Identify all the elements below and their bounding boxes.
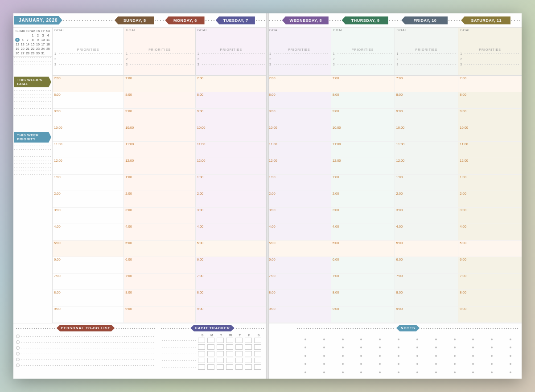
sun-8pm[interactable]: 8:00	[53, 290, 124, 306]
sun-3pm[interactable]: 3:00	[53, 208, 124, 224]
habit-row-1[interactable]	[162, 338, 263, 343]
wed-12pm[interactable]: 12:00	[268, 158, 331, 174]
wed-8am[interactable]: 8:00	[268, 92, 331, 108]
sat-12pm[interactable]: 12:00	[458, 158, 522, 174]
sat-9am[interactable]: 9:00	[458, 109, 522, 125]
fri-12pm[interactable]: 12:00	[395, 158, 459, 174]
sat-7pm[interactable]: 7:00	[458, 274, 522, 290]
habit-row-5[interactable]	[162, 364, 263, 370]
wed-11am[interactable]: 11:00	[268, 142, 331, 158]
fri-6pm[interactable]: 6:00	[395, 257, 459, 273]
fri-priorities[interactable]: PRIORITIES 1 2 3	[395, 47, 459, 75]
tue-7pm[interactable]: 7:00	[196, 274, 267, 290]
tuesday-goal-cell[interactable]: GOAL	[196, 28, 267, 47]
wed-6pm[interactable]: 6:00	[268, 257, 331, 273]
mon-1pm[interactable]: 1:00	[124, 175, 195, 191]
thu-12pm[interactable]: 12:00	[331, 158, 395, 174]
thu-8am[interactable]: 8:00	[331, 92, 395, 108]
sat-7am[interactable]: 7:00	[458, 76, 522, 92]
mon-9pm[interactable]: 9:00	[124, 306, 195, 323]
mon-9am[interactable]: 9:00	[124, 109, 195, 125]
tue-9am[interactable]: 9:00	[196, 109, 267, 125]
tue-2pm[interactable]: 2:00	[196, 191, 267, 207]
mon-8pm[interactable]: 8:00	[124, 290, 195, 306]
sun-12pm[interactable]: 12:00	[53, 158, 124, 174]
sat-3pm[interactable]: 3:00	[458, 208, 522, 224]
tue-3pm[interactable]: 3:00	[196, 208, 267, 224]
fri-5pm[interactable]: 5:00	[395, 241, 459, 257]
wed-8pm[interactable]: 8:00	[268, 290, 331, 306]
wed-3pm[interactable]: 3:00	[268, 208, 331, 224]
fri-9pm[interactable]: 9:00	[395, 306, 459, 323]
thu-3pm[interactable]: 3:00	[331, 208, 395, 224]
fri-10am[interactable]: 10:00	[395, 125, 459, 141]
fri-8pm[interactable]: 8:00	[395, 290, 459, 306]
fri-7am[interactable]: 7:00	[395, 76, 459, 92]
sun-2pm[interactable]: 2:00	[53, 191, 124, 207]
habit-row-2[interactable]	[162, 344, 263, 350]
todo-item-3[interactable]	[16, 346, 155, 350]
sat-goal-cell[interactable]: GOAL	[458, 28, 522, 47]
sun-8am[interactable]: 8:00	[53, 92, 124, 108]
mon-2pm[interactable]: 2:00	[124, 191, 195, 207]
thu-9pm[interactable]: 9:00	[331, 306, 395, 323]
sat-6pm[interactable]: 6:00	[458, 257, 522, 273]
todo-item-2[interactable]	[16, 340, 155, 344]
sat-5pm[interactable]: 5:00	[458, 241, 522, 257]
wed-4pm[interactable]: 4:00	[268, 224, 331, 240]
wed-goal-cell[interactable]: GOAL	[268, 28, 331, 47]
sat-2pm[interactable]: 2:00	[458, 191, 522, 207]
wed-5pm[interactable]: 5:00	[268, 241, 331, 257]
fri-8am[interactable]: 8:00	[395, 92, 459, 108]
wed-9pm[interactable]: 9:00	[268, 306, 331, 323]
tue-8pm[interactable]: 8:00	[196, 290, 267, 306]
thu-7pm[interactable]: 7:00	[331, 274, 395, 290]
wed-priorities[interactable]: PRIORITIES 1 2 3	[268, 47, 331, 75]
mon-12pm[interactable]: 12:00	[124, 158, 195, 174]
mon-7pm[interactable]: 7:00	[124, 274, 195, 290]
todo-item-1[interactable]	[16, 335, 155, 338]
tue-5pm[interactable]: 5:00	[196, 241, 267, 257]
wed-1pm[interactable]: 1:00	[268, 175, 331, 191]
monday-goal-cell[interactable]: GOAL	[124, 28, 195, 47]
thu-2pm[interactable]: 2:00	[331, 191, 395, 207]
sun-9pm[interactable]: 9:00	[53, 306, 124, 323]
sat-8pm[interactable]: 8:00	[458, 290, 522, 306]
monday-priorities[interactable]: PRIORITIES 1 2 3	[124, 47, 195, 75]
fri-3pm[interactable]: 3:00	[395, 208, 459, 224]
wed-9am[interactable]: 9:00	[268, 109, 331, 125]
tuesday-priorities[interactable]: PRIORITIES 1 2 3	[196, 47, 267, 75]
thu-9am[interactable]: 9:00	[331, 109, 395, 125]
mon-7am[interactable]: 7:00	[124, 76, 195, 92]
thu-priorities[interactable]: PRIORITIES 1 2 3	[331, 47, 395, 75]
todo-content[interactable]	[13, 333, 158, 379]
thu-1pm[interactable]: 1:00	[331, 175, 395, 191]
mon-8am[interactable]: 8:00	[124, 92, 195, 108]
sunday-priorities[interactable]: PRIORITIES 1 2 3	[53, 47, 124, 75]
mon-10am[interactable]: 10:00	[124, 125, 195, 141]
sunday-goal-cell[interactable]: GOAL	[53, 28, 124, 47]
sun-10am[interactable]: 10:00	[53, 125, 124, 141]
fri-2pm[interactable]: 2:00	[395, 191, 459, 207]
tue-12pm[interactable]: 12:00	[196, 158, 267, 174]
thu-goal-cell[interactable]: GOAL	[331, 28, 395, 47]
sun-6pm[interactable]: 6:00	[53, 257, 124, 273]
sun-9am[interactable]: 9:00	[53, 109, 124, 125]
todo-item-6[interactable]	[16, 363, 155, 367]
sat-9pm[interactable]: 9:00	[458, 306, 522, 323]
sun-11am[interactable]: 11:00	[53, 142, 124, 158]
thu-5pm[interactable]: 5:00	[331, 241, 395, 257]
fri-9am[interactable]: 9:00	[395, 109, 459, 125]
tue-1pm[interactable]: 1:00	[196, 175, 267, 191]
mon-4pm[interactable]: 4:00	[124, 224, 195, 240]
todo-item-5[interactable]	[16, 358, 155, 361]
sat-11am[interactable]: 11:00	[458, 142, 522, 158]
sat-priorities[interactable]: PRIORITIES 1 2 3	[458, 47, 522, 75]
fri-1pm[interactable]: 1:00	[395, 175, 459, 191]
sun-7am[interactable]: 7:00	[53, 76, 124, 92]
tue-10am[interactable]: 10:00	[196, 125, 267, 141]
thu-4pm[interactable]: 4:00	[331, 224, 395, 240]
tue-8am[interactable]: 8:00	[196, 92, 267, 108]
fri-4pm[interactable]: 4:00	[395, 224, 459, 240]
tue-9pm[interactable]: 9:00	[196, 306, 267, 323]
